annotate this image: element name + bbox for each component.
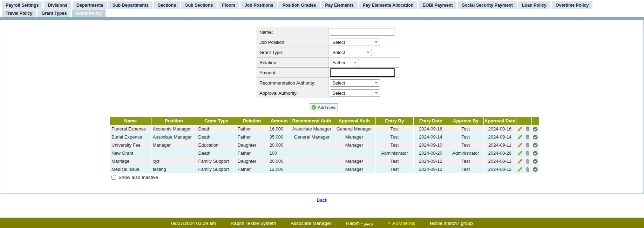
table-cell: Associate Manager bbox=[291, 125, 333, 133]
show-inactive-row: Show also Inactive bbox=[111, 175, 158, 180]
table-cell: 35,000 bbox=[268, 133, 291, 141]
table-cell: Manager bbox=[333, 141, 375, 149]
show-inactive-checkbox[interactable] bbox=[111, 175, 116, 180]
table-cell: Test bbox=[375, 125, 413, 133]
tab-grant-types[interactable]: Grant Types bbox=[38, 9, 70, 17]
tab-overtime-policy[interactable]: Overtime Policy bbox=[552, 1, 593, 9]
footer-datetime: 09/27/2024 03:29 am bbox=[171, 221, 216, 226]
table-cell: Manager bbox=[151, 141, 197, 149]
table-cell: 2024-09-10 bbox=[413, 141, 448, 149]
tab-position-grades[interactable]: Position Grades bbox=[278, 1, 320, 9]
name-input[interactable] bbox=[330, 28, 394, 36]
table-row: Burial ExpenseAssociate ManagerDeathFath… bbox=[110, 133, 539, 141]
table-cell: Manager bbox=[333, 165, 375, 173]
tab-pay-elements[interactable]: Pay Elements bbox=[321, 1, 357, 9]
table-cell: Daughter bbox=[236, 141, 268, 149]
table-cell: General Manager bbox=[333, 125, 375, 133]
table-cell: Death bbox=[197, 149, 236, 157]
chevron-down-icon bbox=[354, 62, 357, 63]
tab-departments[interactable]: Departments bbox=[73, 1, 107, 9]
vendor-asterisk-icon: ✳ bbox=[388, 221, 391, 225]
delete-icon[interactable] bbox=[524, 141, 531, 149]
table-cell: Family Support bbox=[197, 157, 236, 165]
table-cell: 20,000 bbox=[268, 157, 291, 165]
tab-sub-departments[interactable]: Sub Departments bbox=[108, 1, 152, 9]
recommendation-authority-select[interactable]: Select bbox=[330, 79, 380, 87]
table-header-row: NamePositionGrant TypeRelationAmountReco… bbox=[110, 117, 539, 125]
edit-icon[interactable] bbox=[516, 133, 524, 141]
tab-travel-policy[interactable]: Travel Policy bbox=[2, 9, 36, 17]
table-cell: Test bbox=[375, 133, 413, 141]
back-link[interactable]: Back bbox=[0, 197, 644, 203]
edit-icon[interactable] bbox=[516, 157, 524, 165]
column-header-entry-date: Entry Date bbox=[413, 117, 448, 125]
add-check-icon bbox=[311, 105, 316, 110]
approve-icon[interactable] bbox=[531, 149, 539, 157]
footer-domain: textile.march7.group bbox=[430, 221, 473, 226]
table-cell: Father bbox=[236, 165, 268, 173]
tab-sections[interactable]: Sections bbox=[154, 1, 180, 9]
table-cell: 2024-09-14 bbox=[413, 133, 448, 141]
table-cell: 2024-08-12 bbox=[483, 157, 516, 165]
table-cell: Medical Issue bbox=[110, 165, 151, 173]
column-header-name: Name bbox=[110, 117, 151, 125]
table-cell: Test bbox=[448, 141, 483, 149]
select-value: Select bbox=[332, 50, 345, 55]
edit-icon[interactable] bbox=[516, 165, 524, 173]
delete-icon[interactable] bbox=[524, 157, 531, 165]
column-header-grant-type: Grant Type bbox=[197, 117, 236, 125]
amount-input[interactable] bbox=[330, 68, 395, 77]
table-row: Funeral ExpenseAccounts ManagerDeathFath… bbox=[110, 125, 539, 133]
column-header-position: Position bbox=[151, 117, 197, 125]
footer-vendor-link[interactable]: ✳ ASMIte Inc bbox=[388, 221, 415, 226]
approve-icon[interactable] bbox=[531, 157, 539, 165]
show-inactive-label: Show also Inactive bbox=[118, 175, 158, 180]
table-cell: 16,000 bbox=[268, 125, 291, 133]
tab-eobi-payment[interactable]: EOBI Payment bbox=[419, 1, 456, 9]
table-cell: 2024-09-14 bbox=[483, 133, 516, 141]
table-cell: Funeral Expense bbox=[110, 125, 151, 133]
table-cell: Father bbox=[236, 149, 268, 157]
tab-loan-policy[interactable]: Loan Policy bbox=[518, 1, 550, 9]
select-value: Select bbox=[332, 40, 345, 45]
approve-icon[interactable] bbox=[531, 125, 539, 133]
approve-icon[interactable] bbox=[531, 133, 539, 141]
job-position-select[interactable]: Select bbox=[330, 39, 380, 46]
approve-icon[interactable] bbox=[531, 165, 539, 173]
tab-divisions[interactable]: Divisions bbox=[44, 1, 71, 9]
chevron-down-icon bbox=[375, 41, 378, 43]
tab-social-security-payment[interactable]: Social Security Payment bbox=[458, 1, 516, 9]
edit-icon[interactable] bbox=[516, 141, 524, 149]
tab-grant-policy[interactable]: Grant Policy bbox=[72, 9, 106, 17]
tab-sub-sections[interactable]: Sub Sections bbox=[181, 1, 217, 9]
grant-policy-form: Name:Job Position:SelectGrant Type:Selec… bbox=[257, 27, 399, 98]
delete-icon[interactable] bbox=[524, 133, 531, 141]
edit-icon[interactable] bbox=[516, 125, 524, 133]
tab-job-positions[interactable]: Job Positions bbox=[240, 1, 277, 9]
column-header-approval-auth: Approval Auth bbox=[333, 117, 375, 125]
grant-policy-table: NamePositionGrant TypeRelationAmountReco… bbox=[110, 117, 540, 173]
footer-system-name: Raqim Textile System bbox=[231, 221, 276, 226]
edit-icon[interactable] bbox=[516, 149, 524, 157]
column-header-actions bbox=[531, 117, 539, 125]
tab-pay-elements-allocation[interactable]: Pay Elements Allocation bbox=[359, 1, 418, 9]
field-label-recommendation-authority: Recommendation Authority: bbox=[257, 78, 328, 88]
chevron-down-icon bbox=[367, 52, 370, 53]
delete-icon[interactable] bbox=[524, 125, 531, 133]
relation-select[interactable]: Father bbox=[330, 59, 359, 66]
add-new-button[interactable]: Add new bbox=[309, 103, 338, 111]
delete-icon[interactable] bbox=[524, 149, 531, 157]
table-cell: Manager bbox=[333, 133, 375, 141]
column-header-relation: Relation bbox=[236, 117, 268, 125]
delete-icon[interactable] bbox=[524, 165, 531, 173]
footer-vendor-name: ASMIte Inc bbox=[392, 221, 415, 226]
field-label-grant-type: Grant Type: bbox=[257, 47, 328, 58]
approval-authority-select[interactable]: Select bbox=[330, 89, 380, 97]
tab-floors[interactable]: Floors bbox=[218, 1, 239, 9]
tab-payroll-settings[interactable]: Payroll Settings bbox=[2, 1, 42, 9]
grant-type-select[interactable]: Select bbox=[330, 49, 372, 56]
table-cell: Administrator bbox=[448, 149, 483, 157]
table-cell: Test bbox=[448, 133, 483, 141]
table-cell: 2024-08-20 bbox=[413, 149, 448, 157]
approve-icon[interactable] bbox=[531, 141, 539, 149]
